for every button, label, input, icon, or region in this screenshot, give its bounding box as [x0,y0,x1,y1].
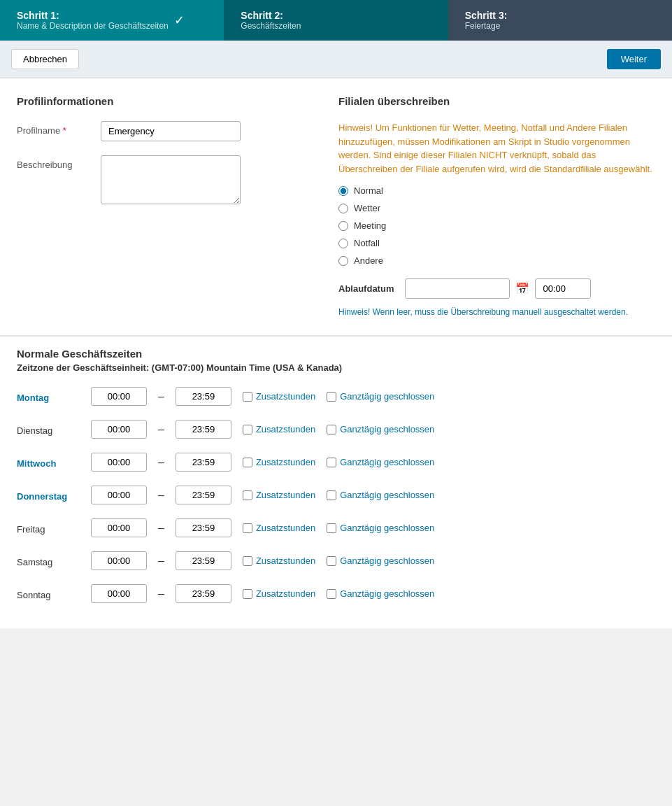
radio-andere-input[interactable] [338,256,348,266]
day-name-5: Samstag [17,554,80,567]
ganztagig-label-0[interactable]: Ganztägig geschlossen [327,391,434,402]
dash-5: – [158,555,164,567]
end-time-5[interactable] [176,551,231,570]
ablaufdatum-input[interactable] [405,278,510,299]
end-time-3[interactable] [176,486,231,504]
start-time-2[interactable] [91,453,147,472]
zusatzstunden-label-4[interactable]: Zusatzstunden [243,523,315,533]
step-2[interactable]: Schritt 2: Geschäftszeiten [224,0,448,41]
day-name-3: Donnerstag [17,488,80,502]
zusatzstunden-label-2[interactable]: Zusatzstunden [243,457,315,467]
zusatzstunden-label-5[interactable]: Zusatzstunden [243,556,315,566]
expiry-row: Ablaufdatum 📅 [338,278,655,299]
radio-wetter-input[interactable] [338,204,348,213]
filialen-panel: Filialen überschreiben Hinweis! Um Funkt… [338,95,655,318]
start-time-5[interactable] [91,551,147,570]
hours-section: Normale Geschäftszeiten Zeitzone der Ges… [0,337,672,628]
time-input[interactable] [535,278,591,299]
ganztagig-label-4[interactable]: Ganztägig geschlossen [327,523,434,533]
zusatzstunden-text-5: Zusatzstunden [256,556,315,566]
ganztagig-label-1[interactable]: Ganztägig geschlossen [327,424,434,434]
start-time-6[interactable] [91,584,147,603]
ganztagig-text-3: Ganztägig geschlossen [340,490,434,500]
radio-normal-input[interactable] [338,186,348,196]
zusatzstunden-cb-4[interactable] [243,523,252,533]
ganztagig-cb-2[interactable] [327,458,336,467]
ganztagig-text-6: Ganztägig geschlossen [340,588,434,599]
ganztagig-cb-3[interactable] [327,490,336,500]
day-name-0: Montag [17,390,80,403]
start-time-0[interactable] [91,387,147,406]
start-time-1[interactable] [91,420,147,439]
day-options-3: Zusatzstunden Ganztägig geschlossen [243,490,434,500]
ganztagig-text-5: Ganztägig geschlossen [340,556,434,566]
zusatzstunden-label-3[interactable]: Zusatzstunden [243,490,315,500]
step3-sublabel: Feiertage [465,21,508,31]
step1-sublabel: Name & Description der Geschäftszeiten [17,21,169,31]
step2-sublabel: Geschäftszeiten [241,21,301,31]
radio-notfall[interactable]: Notfall [338,238,655,248]
next-button[interactable]: Weiter [607,49,661,69]
radio-meeting-input[interactable] [338,221,348,231]
hint-text: Hinweis! Wenn leer, muss die Überschreib… [338,306,655,318]
ganztagig-cb-5[interactable] [327,556,336,566]
day-row: Donnerstag – Zusatzstunden Ganztägig ges… [17,486,655,504]
required-star: * [63,125,66,136]
day-name-2: Mittwoch [17,455,80,469]
ganztagig-cb-6[interactable] [327,589,336,599]
ganztagig-text-1: Ganztägig geschlossen [340,424,434,434]
radio-meeting[interactable]: Meeting [338,220,655,231]
zusatzstunden-cb-5[interactable] [243,556,252,566]
cancel-button[interactable]: Abbrechen [11,49,79,69]
radio-meeting-label: Meeting [354,220,386,231]
calendar-icon[interactable]: 📅 [515,282,529,295]
zusatzstunden-text-1: Zusatzstunden [256,424,315,434]
radio-wetter[interactable]: Wetter [338,203,655,213]
radio-normal[interactable]: Normal [338,185,655,196]
end-time-2[interactable] [176,453,231,472]
end-time-0[interactable] [176,387,231,406]
end-time-1[interactable] [176,420,231,439]
start-time-3[interactable] [91,486,147,504]
radio-andere[interactable]: Andere [338,255,655,266]
zusatzstunden-text-6: Zusatzstunden [256,588,315,599]
ganztagig-cb-1[interactable] [327,425,336,434]
radio-normal-label: Normal [354,185,383,196]
radio-notfall-input[interactable] [338,239,348,248]
zusatzstunden-label-1[interactable]: Zusatzstunden [243,424,315,434]
ganztagig-cb-4[interactable] [327,523,336,533]
day-row: Sonntag – Zusatzstunden Ganztägig geschl… [17,584,655,603]
beschreibung-label: Beschreibung [17,155,101,170]
end-time-4[interactable] [176,518,231,537]
main-content: Profilinformationen Profilname * Beschre… [0,78,672,337]
zusatzstunden-cb-6[interactable] [243,589,252,599]
ganztagig-cb-0[interactable] [327,392,336,402]
day-row: Samstag – Zusatzstunden Ganztägig geschl… [17,551,655,570]
step-1[interactable]: Schritt 1: Name & Description der Geschä… [0,0,224,41]
ganztagig-label-5[interactable]: Ganztägig geschlossen [327,556,434,566]
zusatzstunden-cb-3[interactable] [243,490,252,500]
zusatzstunden-text-2: Zusatzstunden [256,457,315,467]
radio-wetter-label: Wetter [354,203,380,213]
start-time-4[interactable] [91,518,147,537]
ganztagig-label-2[interactable]: Ganztägig geschlossen [327,457,434,467]
zusatzstunden-label-6[interactable]: Zusatzstunden [243,588,315,599]
day-row: Montag – Zusatzstunden Ganztägig geschlo… [17,387,655,406]
profilname-input[interactable] [101,121,241,141]
ganztagig-label-6[interactable]: Ganztägig geschlossen [327,588,434,599]
zusatzstunden-cb-2[interactable] [243,458,252,467]
zusatzstunden-label-0[interactable]: Zusatzstunden [243,391,315,402]
step-3[interactable]: Schritt 3: Feiertage [448,0,672,41]
profile-title: Profilinformationen [17,95,310,107]
ganztagig-label-3[interactable]: Ganztägig geschlossen [327,490,434,500]
day-options-0: Zusatzstunden Ganztägig geschlossen [243,391,434,402]
day-name-4: Freitag [17,521,80,535]
zusatzstunden-cb-0[interactable] [243,392,252,402]
beschreibung-input[interactable] [101,155,241,204]
end-time-6[interactable] [176,584,231,603]
beschreibung-row: Beschreibung [17,155,310,204]
day-options-5: Zusatzstunden Ganztägig geschlossen [243,556,434,566]
dash-4: – [158,522,164,535]
zusatzstunden-cb-1[interactable] [243,425,252,434]
zusatzstunden-text-4: Zusatzstunden [256,523,315,533]
